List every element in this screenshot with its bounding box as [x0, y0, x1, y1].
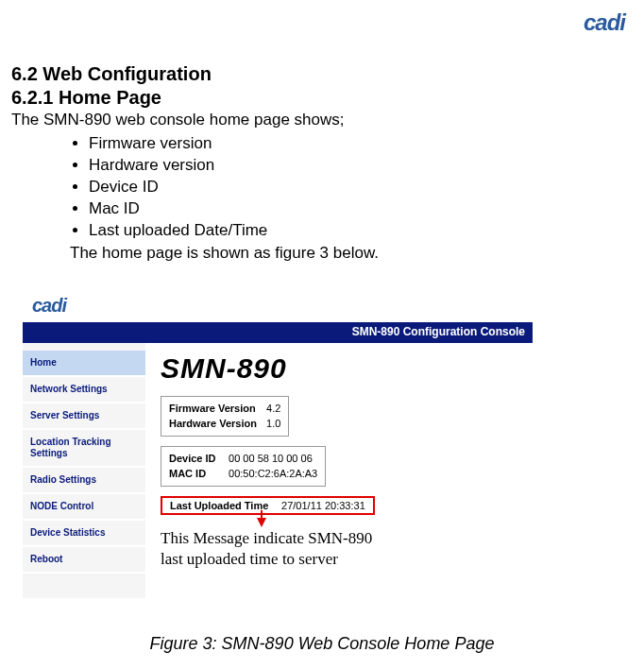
sidebar-item-device-statistics[interactable]: Device Statistics [23, 521, 145, 547]
page-title: SMN-890 [161, 352, 517, 385]
annotation-line-2: last uploaded time to server [161, 550, 338, 568]
arrow-down-icon [257, 518, 266, 527]
list-item: Mac ID [89, 198, 633, 220]
console-banner: SMN-890 Configuration Console [23, 322, 533, 343]
sidebar-item-server-settings[interactable]: Server Settings [23, 403, 145, 430]
list-item: Hardware version [89, 155, 633, 177]
firmware-row: Firmware Version 4.2 [169, 401, 280, 417]
device-id-value: 00 00 58 10 00 06 [229, 451, 313, 467]
hardware-label: Hardware Version [169, 416, 263, 432]
brand-logo: cadi [584, 9, 625, 36]
console-body: Home Network Settings Server Settings Lo… [23, 343, 533, 598]
annotation-line-1: This Message indicate SMN-890 [161, 529, 372, 547]
sidebar-item-node-control[interactable]: NODE Control [23, 494, 145, 521]
mac-id-row: MAC ID 00:50:C2:6A:2A:A3 [169, 466, 317, 482]
hardware-row: Hardware Version 1.0 [169, 416, 280, 432]
figure-caption: Figure 3: SMN-890 Web Console Home Page [11, 634, 633, 654]
last-uploaded-value: 27/01/11 20:33:31 [281, 500, 365, 511]
list-item: Last uploaded Date/Time [89, 220, 633, 242]
version-block: Firmware Version 4.2 Hardware Version 1.… [161, 396, 289, 437]
id-block: Device ID 00 00 58 10 00 06 MAC ID 00:50… [161, 446, 326, 487]
feature-list: Firmware version Hardware version Device… [89, 133, 633, 242]
mac-id-label: MAC ID [169, 466, 226, 482]
sidebar-item-location-tracking[interactable]: Location Tracking Settings [23, 430, 145, 468]
firmware-label: Firmware Version [169, 401, 263, 417]
firmware-value: 4.2 [266, 401, 280, 417]
sidebar-item-network-settings[interactable]: Network Settings [23, 377, 145, 403]
device-id-label: Device ID [169, 451, 226, 467]
hardware-value: 1.0 [266, 416, 280, 432]
mac-id-value: 00:50:C2:6A:2A:A3 [229, 466, 317, 482]
figure-brand-logo: cadi [23, 289, 533, 322]
intro-text: The SMN-890 web console home page shows; [11, 111, 633, 129]
sidebar-item-radio-settings[interactable]: Radio Settings [23, 468, 145, 494]
device-id-row: Device ID 00 00 58 10 00 06 [169, 451, 317, 467]
main-panel: SMN-890 Firmware Version 4.2 Hardware Ve… [145, 343, 533, 598]
list-item: Device ID [89, 177, 633, 198]
sidebar-item-home[interactable]: Home [23, 351, 145, 377]
sidebar: Home Network Settings Server Settings Lo… [23, 343, 145, 598]
section-heading-6-2-1: 6.2.1 Home Page [11, 87, 633, 109]
last-uploaded-callout: Last Uploaded Time 27/01/11 20:33:31 [161, 496, 375, 515]
sidebar-item-reboot[interactable]: Reboot [23, 547, 145, 574]
list-item: Firmware version [89, 133, 633, 155]
figure-3: cadi SMN-890 Configuration Console Home … [23, 289, 533, 598]
after-list-text: The home page is shown as figure 3 below… [70, 244, 633, 263]
section-heading-6-2: 6.2 Web Configuration [11, 63, 633, 85]
callout-annotation: This Message indicate SMN-890 last uploa… [161, 528, 517, 570]
